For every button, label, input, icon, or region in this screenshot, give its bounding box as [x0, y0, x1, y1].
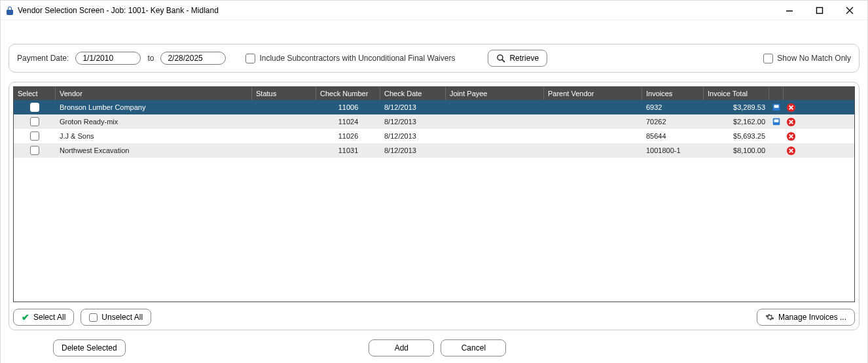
- table-row[interactable]: J.J & Sons110268/12/201385644$5,693.25: [14, 129, 854, 143]
- vendor-grid: Select Vendor Status Check Number Check …: [13, 86, 855, 302]
- cell-vendor: J.J & Sons: [56, 129, 252, 143]
- window: Vendor Selection Screen - Job: 1001- Key…: [0, 0, 868, 363]
- window-title: Vendor Selection Screen - Job: 1001- Key…: [18, 6, 219, 15]
- lock-icon: [6, 6, 14, 15]
- svg-rect-0: [786, 10, 793, 12]
- cell-parent-vendor: [544, 114, 642, 129]
- cell-invoice-total: $8,100.00: [704, 143, 769, 158]
- col-check-date[interactable]: Check Date: [380, 87, 446, 100]
- col-check-number[interactable]: Check Number: [316, 87, 380, 100]
- delete-row-icon[interactable]: [786, 101, 796, 113]
- bottom-bar: Delete Selected Add Cancel: [9, 339, 859, 360]
- col-vendor[interactable]: Vendor: [56, 87, 252, 100]
- grid-action-bar: ✔ Select All Unselect All Manage Invoice…: [13, 309, 855, 326]
- cell-invoice-total: $3,289.53: [704, 100, 769, 114]
- show-no-match-label: Show No Match Only: [777, 54, 851, 63]
- cell-check-date: 8/12/2013: [380, 129, 446, 143]
- svg-point-2: [497, 55, 503, 60]
- cell-joint-payee: [446, 129, 544, 143]
- empty-checkbox-icon: [89, 313, 98, 322]
- select-all-button[interactable]: ✔ Select All: [13, 309, 74, 326]
- minimize-button[interactable]: [774, 1, 805, 20]
- delete-row-icon[interactable]: [786, 130, 796, 142]
- col-invoices[interactable]: Invoices: [642, 87, 704, 100]
- cell-parent-vendor: [544, 129, 642, 143]
- show-no-match-row: Show No Match Only: [763, 54, 851, 63]
- check-icon: ✔: [22, 312, 29, 322]
- col-action-1: [769, 87, 784, 100]
- cell-parent-vendor: [544, 143, 642, 158]
- cancel-button[interactable]: Cancel: [441, 339, 506, 356]
- table-row[interactable]: Bronson Lumber Company110068/12/20136932…: [14, 100, 854, 114]
- search-icon: [496, 54, 505, 63]
- cell-vendor: Groton Ready-mix: [56, 114, 252, 129]
- add-label: Add: [395, 343, 408, 353]
- cell-joint-payee: [446, 143, 544, 158]
- col-status[interactable]: Status: [252, 87, 316, 100]
- retrieve-label: Retrieve: [509, 54, 539, 63]
- window-controls: [774, 1, 865, 20]
- cell-invoices: 70262: [642, 114, 704, 129]
- retrieve-button[interactable]: Retrieve: [488, 50, 547, 67]
- waivers-checkbox-row: Include Subcontractors with Unconditiona…: [245, 54, 455, 63]
- cell-status: [252, 114, 316, 129]
- delete-selected-button[interactable]: Delete Selected: [53, 339, 126, 356]
- waivers-label: Include Subcontractors with Unconditiona…: [259, 54, 455, 63]
- row-checkbox[interactable]: [30, 103, 39, 112]
- cell-status: [252, 100, 316, 114]
- cell-parent-vendor: [544, 100, 642, 114]
- manage-invoices-button[interactable]: Manage Invoices ...: [757, 309, 855, 326]
- maximize-button[interactable]: [805, 1, 835, 20]
- date-to-input[interactable]: [160, 52, 226, 65]
- cell-invoice-total: $5,693.25: [704, 129, 769, 143]
- cell-joint-payee: [446, 114, 544, 129]
- col-action-2: [784, 87, 798, 100]
- unselect-all-label: Unselect All: [101, 313, 143, 322]
- delete-selected-label: Delete Selected: [62, 343, 117, 353]
- cell-check-date: 8/12/2013: [380, 100, 446, 114]
- close-button[interactable]: [835, 1, 865, 20]
- cell-vendor: Northwest Excavation: [56, 143, 252, 158]
- show-no-match-checkbox[interactable]: [763, 54, 773, 63]
- col-joint-payee[interactable]: Joint Payee: [446, 87, 544, 100]
- cell-check-number: 11024: [316, 114, 380, 129]
- grid-body: Bronson Lumber Company110068/12/20136932…: [14, 100, 854, 302]
- row-checkbox[interactable]: [30, 117, 39, 126]
- cell-invoices: 85644: [642, 129, 704, 143]
- row-checkbox[interactable]: [30, 146, 39, 155]
- content: Payment Date: to Include Subcontractors …: [1, 44, 867, 363]
- cell-check-date: 8/12/2013: [380, 143, 446, 158]
- table-row[interactable]: Northwest Excavation110318/12/2013100180…: [14, 143, 854, 158]
- svg-rect-5: [774, 105, 779, 108]
- col-select[interactable]: Select: [14, 87, 56, 100]
- view-icon[interactable]: [772, 101, 781, 113]
- delete-row-icon[interactable]: [786, 145, 796, 156]
- cell-joint-payee: [446, 100, 544, 114]
- svg-line-3: [502, 60, 505, 62]
- col-parent-vendor[interactable]: Parent Vendor: [544, 87, 642, 100]
- manage-invoices-label: Manage Invoices ...: [778, 313, 846, 322]
- view-icon[interactable]: [772, 116, 781, 128]
- cell-invoices: 1001800-1: [642, 143, 704, 158]
- to-label: to: [147, 54, 154, 63]
- cell-status: [252, 129, 316, 143]
- cell-check-number: 11026: [316, 129, 380, 143]
- table-row[interactable]: Groton Ready-mix110248/12/201370262$2,16…: [14, 114, 854, 129]
- date-from-input[interactable]: [75, 52, 141, 65]
- titlebar: Vendor Selection Screen - Job: 1001- Key…: [1, 1, 867, 20]
- select-all-label: Select All: [33, 313, 65, 322]
- add-button[interactable]: Add: [369, 339, 434, 356]
- gear-icon: [765, 313, 774, 322]
- cell-status: [252, 143, 316, 158]
- svg-rect-8: [774, 120, 779, 122]
- waivers-checkbox[interactable]: [245, 54, 255, 63]
- delete-row-icon[interactable]: [786, 116, 796, 128]
- grid-header: Select Vendor Status Check Number Check …: [14, 87, 854, 100]
- payment-date-label: Payment Date:: [17, 54, 69, 63]
- cell-vendor: Bronson Lumber Company: [56, 100, 252, 114]
- row-checkbox[interactable]: [30, 131, 39, 141]
- cell-check-number: 11006: [316, 100, 380, 114]
- col-invoice-total[interactable]: Invoice Total: [704, 87, 769, 100]
- unselect-all-button[interactable]: Unselect All: [81, 309, 151, 326]
- cell-check-date: 8/12/2013: [380, 114, 446, 129]
